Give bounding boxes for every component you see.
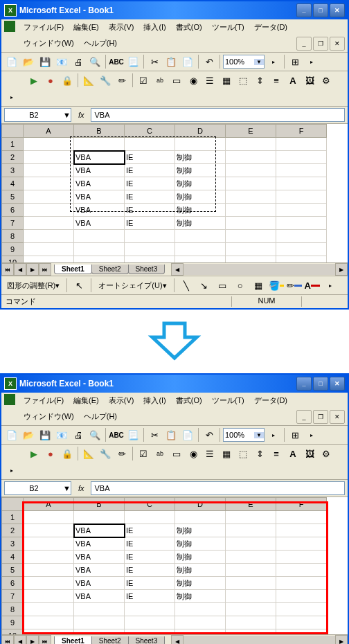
- menu-tools[interactable]: ツール(T): [208, 21, 249, 34]
- row-header[interactable]: 6: [2, 577, 24, 590]
- worksheet-grid[interactable]: A B C D E F 1 2VBAIE制御 3VBAIE制御 4VBAIE制御…: [1, 124, 348, 262]
- menu-data[interactable]: データ(D): [250, 21, 292, 34]
- cut-icon[interactable]: ✂: [147, 54, 162, 69]
- tab-last-icon[interactable]: ⏭: [39, 263, 51, 276]
- menu-file[interactable]: ファイル(F): [19, 394, 68, 407]
- control-toggle-icon[interactable]: ⬚: [235, 446, 251, 461]
- doc-close[interactable]: ✕: [330, 37, 345, 51]
- scroll-right-icon[interactable]: ▶: [335, 263, 348, 276]
- zoom-input[interactable]: [224, 431, 254, 439]
- title-bar[interactable]: X Microsoft Excel - Book1 _ □ ✕: [1, 375, 348, 393]
- research-icon[interactable]: 📃: [125, 54, 141, 69]
- maximize-button[interactable]: □: [313, 377, 328, 391]
- run-icon[interactable]: ▶: [26, 73, 42, 88]
- row-header[interactable]: 5: [2, 564, 24, 577]
- preview-icon[interactable]: 🔍: [87, 427, 102, 442]
- horizontal-scrollbar[interactable]: ◀ ▶: [171, 636, 348, 644]
- col-header[interactable]: C: [125, 498, 175, 511]
- control-option-icon[interactable]: ◉: [186, 73, 201, 88]
- col-header[interactable]: A: [24, 498, 74, 511]
- control-spin-icon[interactable]: ⇕: [252, 73, 267, 88]
- paste-icon[interactable]: 📄: [180, 54, 195, 69]
- col-header[interactable]: F: [276, 498, 327, 511]
- draw-menu[interactable]: 図形の調整(R) ▾: [4, 280, 62, 292]
- copy-icon[interactable]: 📋: [163, 54, 179, 69]
- scroll-right-icon[interactable]: ▶: [335, 635, 348, 644]
- doc-restore[interactable]: ❐: [313, 410, 328, 424]
- borders-icon[interactable]: ⊞: [287, 427, 303, 442]
- minimize-button[interactable]: _: [296, 377, 312, 391]
- select-objects-icon[interactable]: ↖: [71, 278, 87, 293]
- control-more-icon[interactable]: ⚙: [319, 446, 334, 461]
- menu-window[interactable]: ウィンドウ(W): [19, 37, 78, 51]
- toolbar-options-icon[interactable]: ▸: [266, 54, 281, 69]
- control-label-icon[interactable]: A: [285, 446, 301, 461]
- fx-icon[interactable]: fx: [74, 111, 89, 119]
- tab-first-icon[interactable]: ⏮: [1, 263, 14, 276]
- row-header[interactable]: 10: [2, 629, 24, 635]
- zoom-combo[interactable]: ▼: [223, 428, 265, 442]
- design-icon[interactable]: ✏: [114, 446, 129, 461]
- menu-help[interactable]: ヘルプ(H): [80, 410, 121, 424]
- row-header[interactable]: 4: [2, 177, 24, 190]
- toolbar-end-icon[interactable]: ▸: [4, 463, 19, 478]
- toolbar-options2-icon[interactable]: ▸: [304, 54, 319, 69]
- sheet-tab[interactable]: Sheet1: [54, 265, 92, 274]
- paste-icon[interactable]: 📄: [180, 427, 195, 442]
- save-icon[interactable]: 💾: [37, 427, 53, 442]
- save-icon[interactable]: 💾: [37, 54, 53, 69]
- row-header[interactable]: 8: [2, 230, 24, 243]
- control-textbox-icon[interactable]: ab: [152, 73, 168, 88]
- design-icon[interactable]: ✏: [114, 73, 129, 88]
- new-icon[interactable]: 📄: [4, 427, 19, 442]
- menu-file[interactable]: ファイル(F): [19, 21, 68, 34]
- control-checkbox-icon[interactable]: ☑: [136, 73, 151, 88]
- row-header[interactable]: 1: [2, 138, 24, 151]
- line-icon[interactable]: ╲: [179, 278, 194, 293]
- row-header[interactable]: 5: [2, 190, 24, 204]
- arrow-icon[interactable]: ↘: [197, 278, 212, 293]
- preview-icon[interactable]: 🔍: [87, 54, 102, 69]
- line-color-icon[interactable]: ✏: [287, 278, 302, 293]
- row-header[interactable]: 9: [2, 616, 24, 629]
- copy-icon[interactable]: 📋: [163, 427, 179, 442]
- sheet-tab[interactable]: Sheet3: [128, 265, 165, 274]
- tab-first-icon[interactable]: ⏮: [1, 635, 14, 644]
- zoom-dropdown-icon[interactable]: ▼: [254, 432, 264, 438]
- permission-icon[interactable]: 📧: [54, 427, 69, 442]
- vbe-icon[interactable]: 📐: [81, 446, 96, 461]
- print-icon[interactable]: 🖨: [71, 54, 86, 69]
- undo-icon[interactable]: ↶: [202, 54, 217, 69]
- col-header[interactable]: E: [226, 125, 276, 138]
- name-box-dropdown-icon[interactable]: ▼: [63, 111, 71, 119]
- horizontal-scrollbar[interactable]: ◀ ▶: [171, 264, 348, 275]
- worksheet-grid[interactable]: A B C D E F 1 2VBAIE制御 3VBAIE制御 4VBAIE制御…: [1, 497, 348, 634]
- active-cell[interactable]: VBA: [74, 151, 125, 164]
- row-header[interactable]: 6: [2, 204, 24, 217]
- print-icon[interactable]: 🖨: [71, 427, 86, 442]
- zoom-combo[interactable]: ▼: [223, 55, 265, 69]
- name-box-dropdown-icon[interactable]: ▼: [63, 484, 71, 492]
- open-icon[interactable]: 📂: [21, 54, 36, 69]
- control-list-icon[interactable]: ☰: [202, 446, 217, 461]
- menu-view[interactable]: 表示(V): [105, 394, 138, 407]
- textbox-icon[interactable]: ▦: [251, 278, 266, 293]
- control-option-icon[interactable]: ◉: [186, 446, 201, 461]
- control-combo-icon[interactable]: ▦: [219, 73, 234, 88]
- row-header[interactable]: 3: [2, 164, 24, 177]
- col-header[interactable]: F: [276, 125, 327, 138]
- toolbar-end-icon[interactable]: ▸: [4, 89, 19, 105]
- security-icon[interactable]: 🔒: [60, 73, 75, 88]
- control-list-icon[interactable]: ☰: [202, 73, 217, 88]
- sheet-tab[interactable]: Sheet2: [91, 636, 129, 644]
- menu-edit[interactable]: 編集(E): [69, 394, 103, 407]
- rectangle-icon[interactable]: ▭: [215, 278, 230, 293]
- tab-next-icon[interactable]: ▶: [26, 263, 39, 276]
- tab-prev-icon[interactable]: ◀: [14, 263, 26, 276]
- menu-window[interactable]: ウィンドウ(W): [19, 410, 78, 424]
- tab-prev-icon[interactable]: ◀: [14, 635, 26, 644]
- record-icon[interactable]: ●: [43, 73, 58, 88]
- fx-icon[interactable]: fx: [74, 484, 89, 492]
- col-header[interactable]: A: [24, 125, 74, 138]
- control-scroll-icon[interactable]: ≡: [269, 446, 284, 461]
